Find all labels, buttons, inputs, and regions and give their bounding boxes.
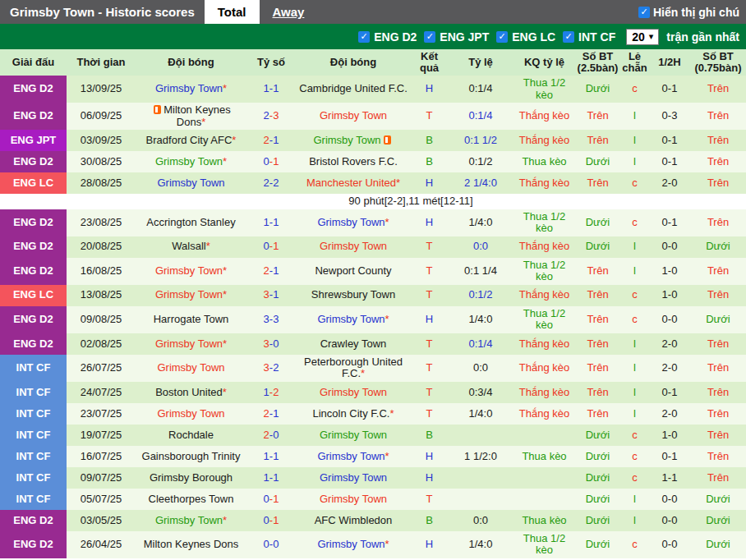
over-under-2-5: Dưới <box>575 470 620 486</box>
home-team[interactable]: Grimsby Town* <box>136 81 246 97</box>
tab-total[interactable]: Total <box>205 0 260 24</box>
home-team[interactable]: Grimsby Town* <box>136 287 246 303</box>
away-team[interactable]: Shrewsbury Town <box>296 287 411 303</box>
checkbox-checked-icon[interactable]: ✓ <box>496 31 508 43</box>
filter-label: ENG D2 <box>374 30 417 44</box>
checkbox-checked-icon[interactable]: ✓ <box>358 31 370 43</box>
score: 1-1 <box>246 449 296 465</box>
away-team[interactable]: Peterborough United F.C.* <box>296 355 411 382</box>
note-row: 90 phút[2-2],11 mét[12-11] <box>0 194 746 209</box>
over-under-2-5: Trên <box>575 176 620 191</box>
show-notes-checkbox[interactable]: ✓ Hiển thị ghi chú <box>638 0 746 24</box>
over-under-2-5: Dưới <box>575 513 620 529</box>
match-date: 03/09/25 <box>67 133 136 149</box>
over-under-0-75: Trên <box>690 287 746 303</box>
over-under-0-75: Dưới <box>690 513 746 529</box>
away-team[interactable]: Newport County <box>296 264 411 279</box>
table-row: ENG D203/05/25Grimsby Town*0-1AFC Wimble… <box>0 510 746 531</box>
away-team[interactable]: Grimsby Town* <box>296 537 411 553</box>
table-row: ENG D206/09/25Milton Keynes Dons*2-3Grim… <box>0 103 746 130</box>
home-team[interactable]: Grimsby Town <box>136 406 246 422</box>
home-team[interactable]: Milton Keynes Dons* <box>136 103 246 130</box>
filter-eng-jpt[interactable]: ✓ ENG JPT <box>424 30 489 44</box>
result: H <box>411 312 448 328</box>
checkbox-checked-icon[interactable]: ✓ <box>563 31 574 43</box>
home-team[interactable]: Grimsby Town* <box>136 154 246 170</box>
half-score: 1-0 <box>649 428 690 443</box>
score: 0-1 <box>246 239 296 255</box>
score: 2-3 <box>246 108 296 124</box>
over-under-0-75: Trên <box>690 108 746 124</box>
over-under-2-5: Trên <box>575 337 620 352</box>
star-marker: * <box>223 386 227 398</box>
away-team[interactable]: Grimsby Town <box>296 108 411 124</box>
home-team[interactable]: Bradford City AFC* <box>136 133 246 149</box>
match-date: 16/07/25 <box>67 449 136 465</box>
result: B <box>411 428 448 443</box>
over-under-2-5: Trên <box>575 287 620 303</box>
chevron-down-icon: ▾ <box>649 31 654 42</box>
league-badge: ENG D2 <box>0 333 67 355</box>
odd-even: l <box>620 264 649 279</box>
home-team[interactable]: Grimsby Town* <box>136 264 246 279</box>
half-score: 0-1 <box>649 215 690 231</box>
away-team[interactable]: Crawley Town <box>296 337 411 352</box>
filter-eng-d2[interactable]: ✓ ENG D2 <box>358 30 417 44</box>
away-team[interactable]: AFC Wimbledon <box>296 513 411 529</box>
away-team[interactable]: Grimsby Town* <box>296 449 411 465</box>
checkbox-checked-icon[interactable]: ✓ <box>424 31 435 43</box>
checkbox-checked-icon[interactable]: ✓ <box>638 7 650 18</box>
tab-away[interactable]: Away <box>260 0 318 24</box>
home-team[interactable]: Boston United* <box>136 385 246 401</box>
odd-even: c <box>620 176 649 191</box>
away-team[interactable]: Grimsby Town <box>296 239 411 255</box>
score: 3-1 <box>246 287 296 303</box>
column-header-date: Thời gian <box>67 55 136 70</box>
home-team[interactable]: Milton Keynes Dons <box>136 537 246 553</box>
odds: 1 1/2:0 <box>448 449 513 465</box>
half-score: 1-1 <box>649 470 690 486</box>
home-team[interactable]: Grimsby Town <box>136 360 246 376</box>
league-badge: ENG JPT <box>0 130 67 151</box>
home-team[interactable]: Gainsborough Trinity <box>136 449 246 465</box>
table-row: ENG D220/08/25Walsall*0-1Grimsby TownT0:… <box>0 236 746 258</box>
match-count-value: 20 <box>632 30 645 44</box>
match-date: 19/07/25 <box>67 428 136 443</box>
match-count-select[interactable]: 20 ▾ <box>626 29 659 45</box>
star-marker: * <box>223 264 227 277</box>
away-team[interactable]: Grimsby Town <box>296 470 411 486</box>
half-score: 2-0 <box>649 406 690 422</box>
away-team[interactable]: Grimsby Town* <box>296 312 411 328</box>
over-under-0-75: Trên <box>690 81 746 97</box>
away-team[interactable]: Cambridge United F.C. <box>296 81 411 97</box>
away-team[interactable]: Lincoln City F.C.* <box>296 406 411 422</box>
half-score: 1-0 <box>649 264 690 279</box>
home-team[interactable]: Accrington Stanley <box>136 215 246 231</box>
odd-even: l <box>620 406 649 422</box>
odds: 0:1 1/2 <box>448 133 513 149</box>
table-row: INT CF23/07/25Grimsby Town2-1Lincoln Cit… <box>0 403 746 425</box>
home-team[interactable]: Grimsby Town <box>136 176 246 191</box>
odds: 1/4:0 <box>448 537 513 553</box>
away-team[interactable]: Grimsby Town <box>296 428 411 443</box>
over-under-0-75: Trên <box>690 406 746 422</box>
table-row: ENG D209/08/25Harrogate Town3-3Grimsby T… <box>0 306 746 333</box>
home-team[interactable]: Grimsby Town* <box>136 337 246 352</box>
home-team[interactable]: Grimsby Town* <box>136 513 246 529</box>
away-team[interactable]: Manchester United* <box>296 176 411 191</box>
home-team[interactable]: Harrogate Town <box>136 312 246 328</box>
away-team[interactable]: Grimsby Town <box>296 385 411 401</box>
filter-int-cf[interactable]: ✓ INT CF <box>563 30 615 44</box>
column-header-goals-2-5: Số BT (2.5bàn) <box>575 49 620 76</box>
score: 1-1 <box>246 215 296 231</box>
home-team[interactable]: Grimsby Borough <box>136 470 246 486</box>
home-team[interactable]: Cleethorpes Town <box>136 492 246 507</box>
over-under-0-75: Trên <box>690 176 746 191</box>
away-team[interactable]: Grimsby Town <box>296 492 411 507</box>
away-team[interactable]: Grimsby Town* <box>296 215 411 231</box>
away-team[interactable]: Bristol Rovers F.C. <box>296 154 411 170</box>
home-team[interactable]: Walsall* <box>136 239 246 255</box>
home-team[interactable]: Rochdale <box>136 428 246 443</box>
filter-eng-lc[interactable]: ✓ ENG LC <box>496 30 555 44</box>
away-team[interactable]: Grimsby Town <box>296 133 411 149</box>
